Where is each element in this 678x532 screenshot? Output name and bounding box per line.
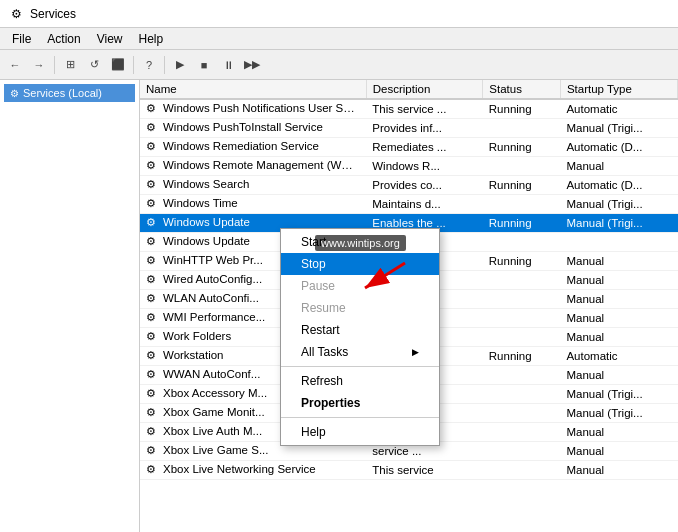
service-startup [560,233,677,252]
service-startup: Manual (Trigi... [560,404,677,423]
service-gear-icon: ⚙ [146,197,160,211]
service-status [483,195,561,214]
service-gear-icon: ⚙ [146,330,160,344]
service-status [483,233,561,252]
context-menu-item-refresh[interactable]: Refresh [281,370,439,392]
col-header-name[interactable]: Name [140,80,366,99]
toolbar: ← → ⊞ ↺ ⬛ ? ▶ ■ ⏸ ▶▶ [0,50,678,80]
table-row[interactable]: ⚙Windows Remediation ServiceRemediates .… [140,138,678,157]
service-startup: Automatic (D... [560,176,677,195]
menu-file[interactable]: File [4,30,39,48]
service-name-text: Xbox Live Auth M... [163,425,262,437]
service-name: ⚙Xbox Live Networking Service [140,461,366,480]
service-desc: Remediates ... [366,138,483,157]
title-bar: ⚙ Services [0,0,678,28]
service-name: ⚙Windows Remote Management (WS-... [140,157,366,176]
context-menu-item-help[interactable]: Help [281,421,439,443]
menu-bar: File Action View Help [0,28,678,50]
service-desc: Maintains d... [366,195,483,214]
context-menu-item-start[interactable]: Start [281,231,439,253]
table-row[interactable]: ⚙Windows TimeMaintains d...Manual (Trigi… [140,195,678,214]
service-gear-icon: ⚙ [146,387,160,401]
service-name: ⚙Windows Remediation Service [140,138,366,157]
service-gear-icon: ⚙ [146,235,160,249]
service-desc: Provides co... [366,176,483,195]
service-status [483,385,561,404]
sidebar-gear-icon: ⚙ [10,88,19,99]
service-status [483,271,561,290]
context-menu-item-pause: Pause [281,275,439,297]
col-header-startup[interactable]: Startup Type [560,80,677,99]
service-desc: Provides inf... [366,119,483,138]
service-status: Running [483,138,561,157]
service-gear-icon: ⚙ [146,368,160,382]
service-name-text: Workstation [163,349,224,361]
toolbar-forward[interactable]: → [28,54,50,76]
service-startup: Automatic [560,347,677,366]
service-gear-icon: ⚙ [146,216,160,230]
service-startup: Automatic [560,99,677,119]
service-startup: Manual [560,328,677,347]
service-startup: Manual (Trigi... [560,214,677,233]
service-status [483,442,561,461]
service-gear-icon: ⚙ [146,444,160,458]
service-gear-icon: ⚙ [146,273,160,287]
service-status: Running [483,214,561,233]
service-startup: Manual [560,366,677,385]
table-row[interactable]: ⚙Windows PushToInstall ServiceProvides i… [140,119,678,138]
service-name-text: Xbox Accessory M... [163,387,267,399]
service-gear-icon: ⚙ [146,406,160,420]
toolbar-sep-3 [164,56,165,74]
menu-action[interactable]: Action [39,30,88,48]
context-menu-item-all-tasks[interactable]: All Tasks [281,341,439,363]
service-name: ⚙Windows PushToInstall Service [140,119,366,138]
service-name-text: Work Folders [163,330,231,342]
table-row[interactable]: ⚙Windows SearchProvides co...RunningAuto… [140,176,678,195]
toolbar-help[interactable]: ? [138,54,160,76]
service-name: ⚙Windows Search [140,176,366,195]
service-gear-icon: ⚙ [146,178,160,192]
toolbar-export[interactable]: ⬛ [107,54,129,76]
toolbar-resume[interactable]: ▶▶ [241,54,263,76]
service-startup: Manual [560,290,677,309]
service-name-text: Xbox Live Networking Service [163,463,316,475]
service-name-text: Xbox Live Game S... [163,444,268,456]
service-gear-icon: ⚙ [146,140,160,154]
service-status [483,404,561,423]
title-bar-text: Services [30,7,76,21]
service-name-text: Wired AutoConfig... [163,273,262,285]
context-menu-item-stop[interactable]: Stop [281,253,439,275]
service-startup: Manual [560,309,677,328]
col-header-desc[interactable]: Description [366,80,483,99]
service-gear-icon: ⚙ [146,425,160,439]
menu-view[interactable]: View [89,30,131,48]
table-row[interactable]: ⚙Xbox Live Networking ServiceThis servic… [140,461,678,480]
service-startup: Manual [560,442,677,461]
service-startup: Manual (Trigi... [560,195,677,214]
context-menu-item-resume: Resume [281,297,439,319]
toolbar-pause[interactable]: ⏸ [217,54,239,76]
table-row[interactable]: ⚙Windows Push Notifications User Ser...T… [140,99,678,119]
service-gear-icon: ⚙ [146,159,160,173]
table-row[interactable]: ⚙Windows Remote Management (WS-...Window… [140,157,678,176]
menu-help[interactable]: Help [131,30,172,48]
service-status: Running [483,99,561,119]
toolbar-show-hide-console[interactable]: ⊞ [59,54,81,76]
toolbar-refresh[interactable]: ↺ [83,54,105,76]
toolbar-sep-2 [133,56,134,74]
service-startup: Manual [560,157,677,176]
service-gear-icon: ⚙ [146,349,160,363]
context-menu-separator [281,366,439,367]
service-startup: Manual [560,252,677,271]
col-header-status[interactable]: Status [483,80,561,99]
toolbar-back[interactable]: ← [4,54,26,76]
context-menu-item-restart[interactable]: Restart [281,319,439,341]
service-status [483,290,561,309]
context-menu-item-properties[interactable]: Properties [281,392,439,414]
service-startup: Automatic (D... [560,138,677,157]
toolbar-start[interactable]: ▶ [169,54,191,76]
service-status [483,309,561,328]
toolbar-stop[interactable]: ■ [193,54,215,76]
service-startup: Manual [560,461,677,480]
service-name-text: WLAN AutoConfi... [163,292,259,304]
